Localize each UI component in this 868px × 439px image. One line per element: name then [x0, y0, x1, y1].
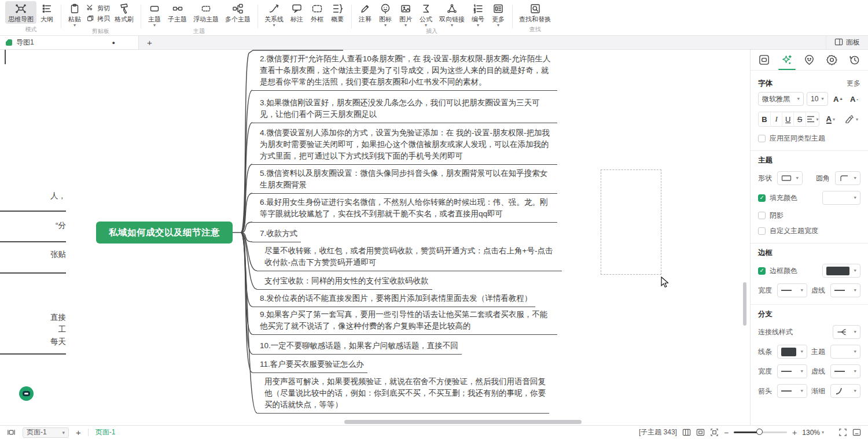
topic-item[interactable]: 支付宝收款：同样的用女性的支付宝收款码收款: [257, 274, 432, 290]
bilink-button[interactable]: 双向链接▾: [436, 1, 468, 27]
font-increase-button[interactable]: A+: [831, 95, 845, 104]
topic-item[interactable]: 9.如果客户买了第一套写真，要用一些引导性的话去让他买第二套或者买衣服，不能他买…: [252, 308, 557, 335]
more-button[interactable]: 更多▾: [488, 1, 508, 27]
paste-button[interactable]: 粘贴▾: [65, 1, 84, 27]
bold-button[interactable]: B: [759, 112, 770, 126]
branch-topic-select[interactable]: ▾: [830, 345, 860, 359]
zoom-out-button[interactable]: −: [724, 428, 729, 437]
vertical-scrollbar[interactable]: [743, 282, 746, 326]
zoom-level[interactable]: 130% ▾: [802, 429, 824, 437]
topic-item[interactable]: 11.客户要买衣服要验证怎么办: [252, 357, 367, 373]
border-width-select[interactable]: ▾: [777, 283, 807, 297]
fill-color-select[interactable]: ▾: [822, 191, 860, 205]
topic-item[interactable]: 2.微信要打开“允许陌生人查看10条朋友圈”，在 我-设置-朋友权限-朋友圈-允…: [252, 52, 557, 91]
border-color-select[interactable]: ▾: [822, 264, 860, 278]
topic-item[interactable]: 5.微信资料以及朋友圈设置：微信头像同步抖音头像，朋友圈背景可以在知乎搜索女生朋…: [252, 167, 557, 194]
topic-item[interactable]: 4.微信要设置别人添加你的方式，设置为免验证添加：在 我的-设置-朋友权限-把加…: [252, 126, 557, 165]
custom-width-checkbox[interactable]: [758, 227, 766, 235]
underline-button[interactable]: U: [782, 112, 793, 126]
floating-topic-placeholder[interactable]: [601, 169, 661, 275]
font-family-select[interactable]: 微软雅黑▾: [758, 92, 804, 106]
subtopic-button[interactable]: 子主题: [165, 1, 190, 24]
border-dash-select[interactable]: ▾: [830, 283, 860, 297]
format-painter-button[interactable]: 格式刷: [112, 1, 137, 24]
line-color-select[interactable]: ▾: [777, 345, 807, 359]
sidebar-tab-sticker[interactable]: [799, 50, 820, 70]
assistant-button[interactable]: [19, 386, 34, 401]
line-style-select[interactable]: ▾: [833, 325, 860, 339]
add-page-button[interactable]: +: [76, 427, 81, 437]
fit-window-icon[interactable]: [710, 428, 719, 437]
page-select[interactable]: 页面-1 ▾: [23, 427, 69, 438]
add-document-tab-button[interactable]: +: [139, 38, 160, 47]
note-button[interactable]: 注释: [355, 1, 375, 24]
image-button[interactable]: 图片▾: [396, 1, 415, 27]
sidebar-tab-history[interactable]: [844, 50, 865, 70]
branch-width-label: 宽度: [758, 367, 772, 377]
emoji-button[interactable]: 图标▾: [376, 1, 395, 27]
font-more-button[interactable]: 更多: [847, 79, 860, 88]
topic-item[interactable]: 尽量不收转账，收红包，或者用赞赏码收款，赞赏码开通方式：点击右上角+号-点击收付…: [257, 244, 562, 271]
central-topic[interactable]: 私域如何成交以及细节注意: [96, 222, 233, 244]
clipped-topic-fragment[interactable]: 张贴: [0, 248, 66, 260]
taper-select[interactable]: ▾: [830, 384, 860, 398]
topic-item[interactable]: 7.收款方式: [252, 227, 301, 242]
italic-button[interactable]: I: [770, 112, 782, 126]
fit-topic-icon[interactable]: [696, 428, 705, 437]
topic-item[interactable]: 10.一定不要聊敏感话题，如果客户问敏感话题，直接不回: [252, 339, 462, 355]
formula-button[interactable]: 公式▾: [416, 1, 436, 27]
highlight-color-button[interactable]: ▾: [842, 115, 860, 123]
callout-button[interactable]: 标注: [287, 1, 307, 24]
outline-button[interactable]: 大纲: [37, 1, 57, 24]
panel-toggle-button[interactable]: 面板: [826, 36, 868, 49]
multi-topic-button[interactable]: 多个主题: [222, 1, 253, 24]
topic-button[interactable]: 主题▾: [145, 1, 164, 27]
branch-width-select[interactable]: ▾: [777, 364, 807, 378]
shape-select[interactable]: ▾: [777, 171, 803, 185]
page-list-icon[interactable]: [7, 428, 16, 437]
floating-topic-button[interactable]: 浮动主题: [190, 1, 222, 24]
document-tab[interactable]: 导图1 ●: [0, 36, 139, 49]
format-sidebar: 字体 更多 微软雅黑▾ 10▾ A+ A- B: [750, 50, 868, 425]
zoom-slider[interactable]: [734, 431, 787, 433]
apply-same-type-checkbox[interactable]: [758, 135, 766, 142]
border-color-checkbox[interactable]: [758, 267, 766, 275]
shadow-checkbox[interactable]: [758, 212, 766, 219]
cut-button[interactable]: 剪切: [85, 4, 111, 13]
find-replace-button[interactable]: 查找和替换: [516, 1, 554, 24]
align-select[interactable]: ▾: [806, 112, 819, 126]
mindmap-canvas[interactable]: 私域如何成交以及细节注意 2.微信要打开“允许陌生人查看10条朋友圈”，在 我-…: [0, 50, 868, 425]
sidebar-tab-canvas[interactable]: [754, 50, 775, 70]
font-decrease-button[interactable]: A-: [848, 95, 860, 104]
fill-color-checkbox[interactable]: [758, 194, 766, 202]
boundary-button[interactable]: 外框: [307, 1, 327, 24]
zoom-in-button[interactable]: +: [792, 428, 797, 437]
border-section-title: 边框: [758, 248, 860, 258]
horizontal-scrollbar[interactable]: [344, 420, 582, 424]
font-color-button[interactable]: A▾: [824, 115, 837, 124]
mindmap-button[interactable]: 思维导图: [5, 1, 36, 24]
zoom-slider-knob[interactable]: [756, 429, 763, 435]
sidebar-tab-style[interactable]: [777, 50, 797, 70]
number-button[interactable]: 编号▾: [468, 1, 488, 27]
topic-item[interactable]: 3.如果微信刚设置好，朋友圈还没发几条怎么办，我们可以把朋友圈设置为三天可见，让…: [252, 96, 557, 123]
page-tab[interactable]: 页面-1: [95, 427, 116, 437]
sidebar-tab-badge[interactable]: [822, 50, 843, 70]
copy-button[interactable]: 拷贝: [85, 14, 111, 23]
fullscreen-icon[interactable]: [838, 428, 847, 437]
topic-item[interactable]: 6.最好用女生身份证进行实名微信，不然别人给你转账的时候出现：伟、强。龙。刚等字…: [252, 195, 557, 223]
collapse-panel-icon[interactable]: [852, 428, 861, 437]
clipped-topic-fragment[interactable]: “分: [0, 219, 66, 231]
font-size-select[interactable]: 10▾: [807, 92, 828, 106]
relation-line-button[interactable]: 关系线▾: [262, 1, 286, 27]
topic-item[interactable]: 8.发价位表的话不能直接发图片，要将图片添加到表情里面去发（详情看教程）: [252, 292, 535, 307]
multi-page-view-icon[interactable]: [682, 428, 691, 437]
arrow-select[interactable]: ▾: [777, 384, 807, 398]
topic-item[interactable]: 用变声器可解决，如果要视频验证，就说在宿舍不方便验证，然后我们用语音回复他（尽量…: [257, 375, 549, 414]
clipped-topic-fragment[interactable]: 直接工每天: [0, 311, 66, 348]
clipped-topic-fragment[interactable]: 人，: [0, 190, 66, 202]
strikethrough-button[interactable]: S: [793, 112, 805, 126]
corner-select[interactable]: ▾: [835, 171, 860, 185]
summary-button[interactable]: 概要: [328, 1, 347, 24]
branch-dash-select[interactable]: ▾: [830, 364, 860, 378]
